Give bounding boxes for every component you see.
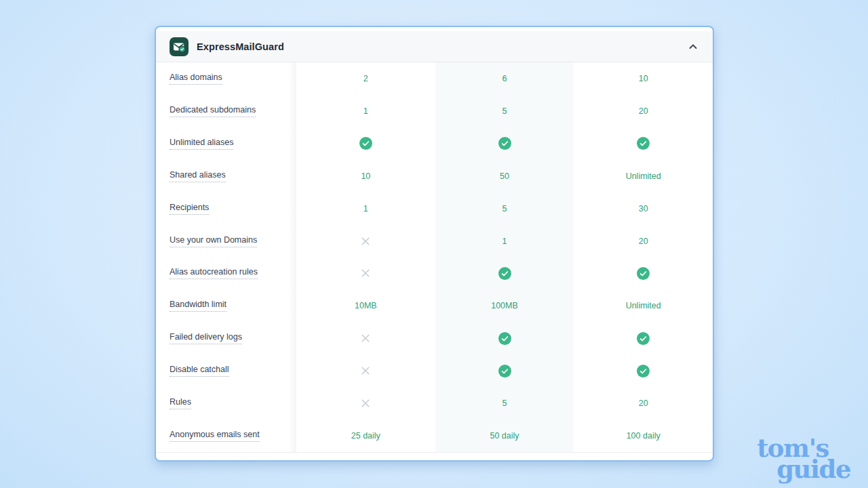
panel-title: ExpressMailGuard: [197, 41, 284, 52]
feature-row: Bandwidth limit: [156, 289, 296, 322]
plan-value-cell: 2: [296, 62, 435, 95]
feature-row: Anonymous emails sent: [156, 420, 296, 452]
plan-value-text: 10MB: [355, 301, 377, 310]
plan-column-3: 1020Unlimited3020Unlimited20100 daily: [574, 62, 713, 452]
feature-row: Recipients: [156, 192, 296, 225]
plan-value-cell: [296, 354, 435, 387]
feature-label[interactable]: Failed delivery logs: [170, 332, 242, 344]
check-icon: [498, 332, 511, 345]
plan-value-text: 20: [639, 399, 648, 408]
feature-row: Disable catchall: [156, 354, 296, 387]
plan-value-text: 6: [502, 74, 507, 83]
plan-value-text: 5: [502, 106, 507, 116]
feature-label-column: Alias domainsDedicated subdomainsUnlimit…: [156, 62, 296, 452]
plan-value-text: 2: [363, 74, 368, 83]
feature-label[interactable]: Rules: [170, 397, 191, 409]
feature-label[interactable]: Recipients: [170, 203, 209, 215]
plan-value-cell: 25 daily: [296, 420, 435, 452]
plan-value-cell: 1: [296, 192, 435, 225]
cross-icon: [361, 237, 370, 246]
cross-icon: [361, 366, 370, 375]
feature-row: Alias autocreation rules: [156, 258, 296, 290]
plan-value-cell: 10: [296, 160, 435, 192]
plan-value-cell: [296, 258, 435, 290]
watermark-line2: guide: [776, 459, 850, 480]
feature-row: Unlimited aliases: [156, 127, 296, 160]
feature-label[interactable]: Dedicated subdomains: [170, 105, 256, 117]
feature-label[interactable]: Alias autocreation rules: [170, 267, 258, 279]
plan-value-text: 1: [363, 204, 368, 214]
plan-value-cell: 50: [435, 160, 574, 192]
feature-row: Use your own Domains: [156, 225, 296, 258]
cross-icon: [361, 399, 370, 408]
plan-value-text: 10: [361, 171, 370, 181]
check-icon: [637, 365, 650, 378]
feature-row: Rules: [156, 387, 296, 420]
plan-value-text: 20: [639, 106, 648, 116]
plan-value-cell: [435, 127, 574, 160]
plan-value-cell: [296, 127, 435, 160]
plan-value-text: 20: [639, 237, 648, 246]
plan-value-cell: [574, 322, 713, 354]
plan-value-text: 5: [502, 204, 507, 214]
plan-value-text: 10: [639, 74, 648, 83]
plan-value-cell: Unlimited: [574, 160, 713, 192]
check-icon: [637, 332, 650, 345]
plan-value-text: 50: [500, 171, 509, 181]
check-icon: [498, 267, 511, 280]
check-icon: [498, 365, 511, 378]
check-icon: [637, 267, 650, 280]
feature-label[interactable]: Anonymous emails sent: [170, 430, 260, 442]
check-icon: [637, 137, 650, 150]
accordion-header[interactable]: ExpressMailGuard: [156, 31, 713, 62]
feature-row: Failed delivery logs: [156, 322, 296, 354]
plan-value-cell: 100MB: [435, 289, 574, 322]
plan-value-cell: [296, 322, 435, 354]
plan-value-text: Unlimited: [626, 171, 661, 181]
feature-label[interactable]: Bandwidth limit: [170, 300, 226, 312]
plan-value-cell: 20: [574, 95, 713, 127]
feature-label[interactable]: Disable catchall: [170, 365, 229, 377]
check-icon: [498, 137, 511, 150]
plan-value-cell: [435, 322, 574, 354]
toms-guide-watermark: tom's guide: [757, 438, 850, 480]
feature-label[interactable]: Shared aliases: [170, 170, 226, 182]
plan-value-cell: [435, 354, 574, 387]
plan-column-1: 2110110MB25 daily: [296, 62, 435, 452]
plan-value-text: 100MB: [491, 301, 518, 310]
plan-value-cell: 1: [296, 95, 435, 127]
plan-value-cell: [574, 354, 713, 387]
plan-value-cell: 5: [435, 95, 574, 127]
chevron-up-icon[interactable]: [687, 41, 699, 53]
feature-row: Dedicated subdomains: [156, 95, 296, 127]
plan-value-cell: Unlimited: [574, 289, 713, 322]
plan-value-cell: 100 daily: [574, 420, 713, 452]
plan-value-cell: [296, 225, 435, 258]
comparison-card: ExpressMailGuard Alias domainsDedicated …: [155, 26, 714, 462]
feature-comparison-table: Alias domainsDedicated subdomainsUnlimit…: [156, 62, 713, 453]
plan-value-text: 1: [363, 106, 368, 116]
plan-value-cell: [574, 127, 713, 160]
cross-icon: [361, 333, 370, 343]
plan-value-cell: [574, 258, 713, 290]
feature-label[interactable]: Use your own Domains: [170, 235, 257, 247]
mail-check-icon: [170, 37, 189, 56]
plan-value-cell: 6: [435, 62, 574, 95]
plan-column-2: 655051100MB550 daily: [435, 62, 574, 452]
plan-value-text: Unlimited: [626, 301, 661, 310]
plan-value-cell: 10: [574, 62, 713, 95]
plan-value-cell: 30: [574, 192, 713, 225]
plan-value-cell: [435, 258, 574, 290]
plan-value-text: 30: [639, 204, 648, 214]
plan-value-cell: 20: [574, 387, 713, 420]
cross-icon: [361, 268, 370, 278]
plan-value-text: 50 daily: [490, 431, 519, 441]
feature-row: Alias domains: [156, 62, 296, 95]
feature-label[interactable]: Unlimited aliases: [170, 138, 233, 150]
plan-value-cell: 10MB: [296, 289, 435, 322]
plan-value-cell: 50 daily: [435, 420, 574, 452]
plan-value-cell: 5: [435, 387, 574, 420]
plan-value-cell: 5: [435, 192, 574, 225]
plan-value-cell: 20: [574, 225, 713, 258]
feature-label[interactable]: Alias domains: [170, 73, 222, 85]
